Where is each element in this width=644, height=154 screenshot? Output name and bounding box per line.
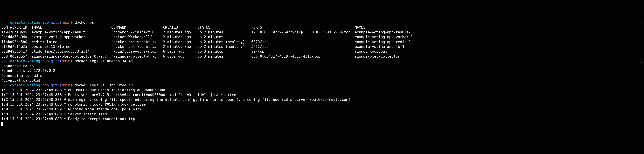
prompt-dir: example-voting-app bbox=[10, 20, 49, 24]
bracket-right-icon: ] bbox=[640, 20, 643, 25]
log-line: 1:C 15 Jul 2024 23:27:48.888 # Warning: … bbox=[1, 97, 643, 102]
prompt-branch: main bbox=[62, 83, 70, 87]
prompt-arrow-icon: → bbox=[4, 83, 6, 87]
prompt-dir: example-voting-app bbox=[10, 59, 49, 63]
prompt-branch: main bbox=[62, 20, 70, 24]
log-line: 1:M 15 Jul 2024 23:27:48.888 * monotonic… bbox=[1, 102, 643, 107]
log-line: 1:M 15 Jul 2024 23:27:48.889 * Server in… bbox=[1, 112, 643, 117]
prompt-line: [→ example-voting-app git:(main) docker … bbox=[1, 83, 643, 88]
log-line: Found redis at 172.20.0.2 bbox=[1, 68, 643, 73]
table-row: c08f00c2d557 signoz/signoz-otel-collecto… bbox=[1, 54, 643, 59]
log-line: 1:C 15 Jul 2024 23:27:48.888 * Redis ver… bbox=[1, 92, 643, 97]
log-line: 1:C 15 Jul 2024 23:27:48.888 * oO0OoO0Oo… bbox=[1, 88, 643, 93]
table-row: 11bb09fee5b0 redis:alpine "docker-entryp… bbox=[1, 39, 643, 44]
prompt-command: docker logs -f 11bb09fee5b0 bbox=[75, 83, 133, 87]
log-line: 1:M 15 Jul 2024 23:27:48.889 * Ready to … bbox=[1, 117, 643, 121]
log-line: 1:M 15 Jul 2024 23:27:48.889 * Running m… bbox=[1, 107, 643, 112]
table-row: 68d948b69417 gliderlabs/logspout:v3.2.14… bbox=[1, 49, 643, 54]
bracket-left-icon: [ bbox=[1, 83, 4, 87]
log-line: Connecting to redis bbox=[1, 73, 643, 78]
prompt-git-label: git:( bbox=[51, 20, 62, 24]
bracket-right-icon: ] bbox=[640, 59, 643, 64]
prompt-command: docker ps bbox=[75, 20, 94, 24]
log-line: ^Ccontext canceled bbox=[1, 78, 643, 83]
ps-header: CONTAINER ID IMAGE COMMAND CREATED STATU… bbox=[1, 25, 643, 30]
prompt-branch: main bbox=[62, 59, 70, 63]
bracket-right-icon: ] bbox=[640, 83, 643, 88]
prompt-arrow-icon: → bbox=[4, 59, 6, 63]
prompt-git-label: git:( bbox=[51, 83, 62, 87]
terminal-output[interactable]: [→ example-voting-app git:(main) docker … bbox=[1, 20, 643, 126]
prompt-git-label: git:( bbox=[51, 59, 62, 63]
prompt-git-close: ) bbox=[70, 83, 72, 87]
prompt-arrow-icon: → bbox=[4, 20, 6, 24]
cursor-line bbox=[1, 121, 643, 126]
table-row: 0bedda73404a example-voting-app-worker "… bbox=[1, 35, 643, 39]
prompt-command: docker logs -f 0bedda73404a bbox=[75, 59, 133, 63]
bracket-left-icon: [ bbox=[1, 59, 4, 63]
prompt-dir: example-voting-app bbox=[10, 83, 49, 87]
prompt-git-close: ) bbox=[70, 59, 72, 63]
table-row: cf39d7ef4e2a postgres:15-alpine "docker-… bbox=[1, 44, 643, 49]
bracket-left-icon: [ bbox=[1, 20, 4, 24]
prompt-line: [→ example-voting-app git:(main) docker … bbox=[1, 20, 643, 25]
prompt-line: [→ example-voting-app git:(main) docker … bbox=[1, 59, 643, 64]
table-row: 1a9420b10a45 example-voting-app-result "… bbox=[1, 30, 643, 35]
cursor-icon bbox=[1, 122, 3, 126]
log-line: Connected to db bbox=[1, 64, 643, 69]
prompt-git-close: ) bbox=[70, 20, 72, 24]
